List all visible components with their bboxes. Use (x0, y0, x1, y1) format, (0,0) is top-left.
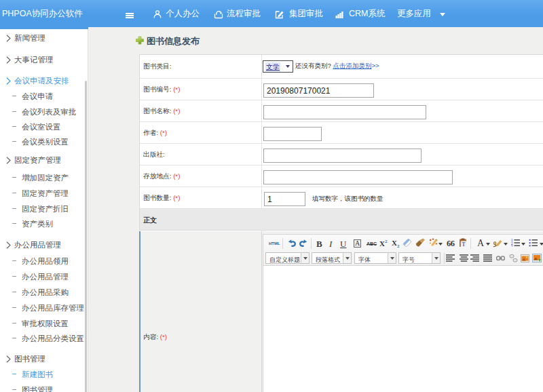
svg-text:3: 3 (511, 245, 513, 248)
svg-text:T: T (462, 241, 465, 248)
